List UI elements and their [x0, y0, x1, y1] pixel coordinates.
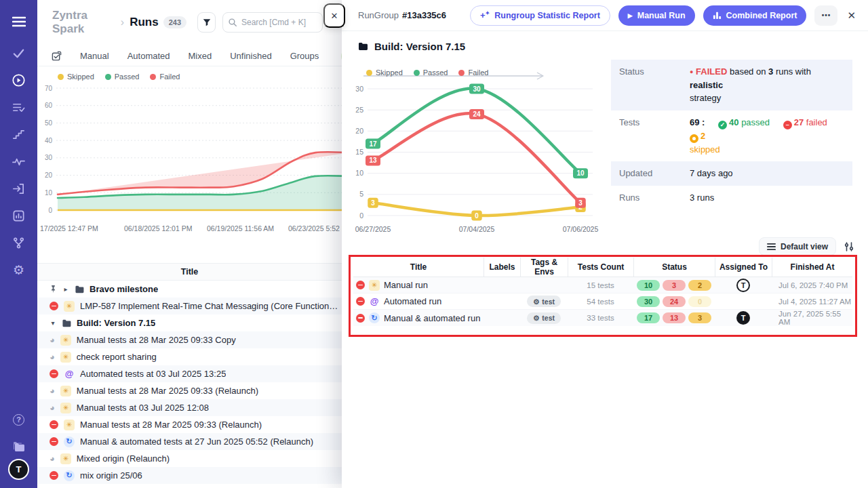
run-row[interactable]: ◕✳Mixed origin (Relaunch) [37, 450, 342, 467]
skipped-count-pill: 3 [688, 312, 711, 323]
search-icon [228, 18, 237, 27]
filter-button[interactable] [197, 12, 216, 33]
run-row[interactable]: ◕✳check report sharing [37, 348, 342, 365]
run-row[interactable]: ↻mix origin 25/06 [37, 467, 342, 484]
group-status-section: Status ● FAILED based on 3 runs with rea… [611, 60, 852, 209]
group-run-row[interactable]: @Automated run⚙test54 tests30240Jul 4, 2… [353, 293, 852, 310]
xaxis-label: 06/23/2025 5:52 P [288, 224, 342, 232]
manual-run-icon: ✳ [60, 403, 71, 413]
skipped-count-pill: 0 [688, 296, 711, 307]
mixed-run-icon: ↻ [64, 470, 75, 481]
svg-text:30: 30 [473, 85, 481, 93]
column-header-status[interactable]: Status [633, 258, 715, 277]
chevron-down-icon[interactable]: ▾ [50, 319, 56, 327]
run-row[interactable]: ✳Manual tests at 28 Mar 2025 09:33 (Rela… [37, 416, 342, 433]
folder-row[interactable]: ▸Bravo milestone [37, 281, 342, 298]
tab-unfinished[interactable]: Unfinished [230, 51, 271, 61]
inprogress-status-icon: ◕ [50, 336, 55, 344]
failed-status-icon [50, 437, 58, 446]
user-avatar[interactable]: T [9, 460, 28, 479]
tag-pill[interactable]: ⚙test [527, 296, 561, 307]
tag-pill[interactable]: ⚙test [527, 312, 561, 324]
group-run-row[interactable]: ✳Manual run15 tests1032TJul 6, 2025 7:40… [353, 277, 852, 293]
plans-list-icon[interactable] [5, 94, 33, 121]
tab-mixed[interactable]: Mixed [189, 51, 212, 61]
run-title-cell: ✳Manual run [353, 277, 484, 293]
run-row[interactable]: ◕✳Manual tests at 28 Mar 2025 09:33 Copy [37, 331, 342, 348]
run-row[interactable]: ◕✳Manual tests at 03 Jul 2025 12:08 [37, 399, 342, 416]
inprogress-status-icon: ◕ [50, 386, 55, 395]
manual-run-icon: ✳ [60, 352, 71, 363]
run-row[interactable]: ◕✳Manual tests at 28 Mar 2025 09:33 (Rel… [37, 382, 342, 399]
tab-automated[interactable]: Automated [127, 51, 170, 61]
svg-text:24: 24 [473, 110, 481, 118]
assignee-avatar[interactable]: T [736, 279, 750, 292]
svg-text:25: 25 [355, 106, 363, 114]
sparkles-icon: +✦ [480, 11, 490, 20]
drawer-close-tab[interactable]: ✕ [323, 3, 345, 28]
column-header-title[interactable]: Title [353, 258, 484, 277]
search-input[interactable] [222, 12, 323, 33]
tab-manual[interactable]: Manual [80, 51, 109, 61]
drawer-close-button[interactable]: ✕ [847, 9, 856, 22]
column-header-finished-at[interactable]: Finished At [772, 258, 852, 277]
run-title: Manual tests at 28 Mar 2025 09:33 Copy [77, 335, 236, 345]
tags-cell [520, 277, 568, 293]
runs-play-icon[interactable] [5, 66, 33, 94]
column-header-tags-envs[interactable]: Tags & Envs [520, 258, 568, 277]
assignee-avatar[interactable]: T [736, 311, 750, 325]
legend-item-passed: Passed [105, 73, 140, 81]
column-header-labels[interactable]: Labels [484, 258, 520, 277]
finished-at-cell: Jul 6, 2025 7:40 PM [772, 277, 852, 293]
status-row: Status ● FAILED based on 3 runs with rea… [611, 60, 852, 110]
settings-gear-icon[interactable]: ⚙ [5, 256, 33, 283]
projects-folder-icon[interactable] [5, 433, 33, 460]
failed-dot-icon: ● [690, 68, 693, 75]
runs-count-row: Runs 3 runs [611, 186, 852, 210]
folder-row[interactable]: ▾Build: Version 7.15 [37, 314, 342, 331]
run-row[interactable]: ✳LMP-587 Implement Real-Time Chat Messag… [37, 298, 342, 314]
run-row[interactable]: @Automated tests at 03 Jul 2025 13:25 [37, 365, 342, 382]
run-title: Manual & automated run [384, 313, 480, 323]
failed-count-pill: 13 [663, 312, 686, 323]
runs-list: ▸Bravo milestone✳LMP-587 Implement Real-… [37, 281, 342, 484]
breadcrumb-project[interactable]: Zyntra Spark [52, 9, 115, 36]
xaxis-label: 06/19/2025 11:56 AM [207, 224, 274, 232]
run-row[interactable]: ↻Manual & automated tests at 27 Jun 2025… [37, 433, 342, 450]
manual-run-button[interactable]: ▶ Manual Run [618, 5, 695, 26]
manual-run-icon: ✳ [60, 386, 71, 396]
tests-check-icon[interactable] [5, 39, 33, 66]
status-pills-cell: 17133 [633, 310, 715, 326]
branches-icon[interactable] [5, 229, 33, 256]
status-value: ● FAILED based on 3 runs with realistic … [690, 65, 844, 105]
column-header-assigned-to[interactable]: Assigned To [715, 258, 772, 277]
select-all-icon[interactable] [52, 51, 62, 61]
failed-status-icon [50, 369, 58, 378]
column-header-tests-count[interactable]: Tests Count [568, 258, 633, 277]
svg-text:17: 17 [369, 140, 377, 148]
legend-dot-skipped [366, 70, 372, 76]
milestones-steps-icon[interactable] [5, 121, 33, 148]
group-run-row[interactable]: ↻Manual & automated run⚙test33 tests1713… [353, 310, 852, 326]
automated-run-icon: @ [64, 369, 75, 380]
build-title-row: Build: Version 7.15 [358, 41, 465, 52]
menu-icon[interactable] [5, 8, 33, 35]
svg-text:50: 50 [45, 119, 53, 127]
column-settings-icon[interactable] [844, 241, 854, 252]
gear-icon: ⚙ [533, 298, 539, 306]
chevron-right-icon[interactable]: ▸ [62, 285, 69, 293]
analytics-icon[interactable] [5, 202, 33, 229]
combined-report-button[interactable]: Combined Report [703, 5, 807, 26]
pulse-icon[interactable] [5, 148, 33, 175]
help-icon[interactable]: ? [5, 406, 33, 433]
build-title: Build: Version 7.15 [374, 41, 465, 52]
failed-status-icon [50, 302, 58, 310]
statistic-report-button[interactable]: +✦ Rungroup Statistic Report [470, 5, 610, 26]
more-actions-button[interactable]: ••• [814, 5, 837, 26]
failed-status-icon [356, 314, 365, 323]
failed-status-icon [50, 471, 58, 480]
finished-at-cell: Jun 27, 2025 5:55 AM [772, 310, 852, 326]
tab-groups[interactable]: Groups [290, 51, 319, 61]
default-view-button[interactable]: Default view [759, 237, 836, 256]
import-icon[interactable] [5, 175, 33, 202]
